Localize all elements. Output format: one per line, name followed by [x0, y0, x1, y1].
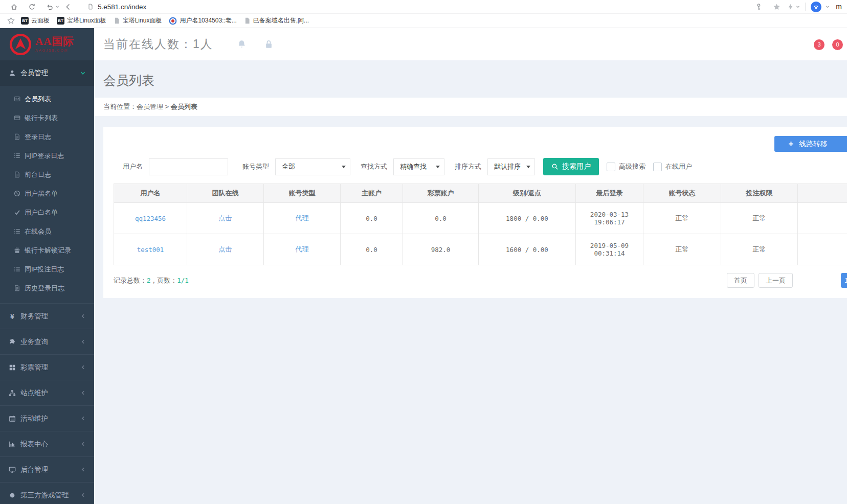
- sidebar-group-label: 财务管理: [20, 312, 48, 321]
- yen-icon: ¥: [9, 312, 16, 320]
- page-1-button[interactable]: 1: [841, 273, 847, 288]
- extensions-caret-icon[interactable]: [796, 5, 800, 9]
- bookmark-item[interactable]: BT 云面板: [21, 16, 50, 25]
- list-icon: [14, 152, 20, 159]
- sidebar-group-business-query[interactable]: 业务查询: [0, 329, 94, 354]
- sidebar-group-report-center[interactable]: 报表中心: [0, 431, 94, 456]
- bookmark-item[interactable]: 已备案域名出售,阿...: [244, 16, 309, 25]
- gift-icon: [14, 247, 20, 254]
- avatar-paw-icon[interactable]: [811, 2, 821, 12]
- bookmark-star-icon[interactable]: [7, 17, 15, 25]
- select-caret-icon: [526, 166, 530, 168]
- chevron-left-icon: [81, 442, 85, 446]
- bell-icon[interactable]: [237, 39, 247, 49]
- sidebar-item-member-list[interactable]: 会员列表: [0, 89, 94, 108]
- sort-mode-label: 排序方式: [455, 162, 481, 171]
- col-last-login: 最后登录: [576, 184, 643, 203]
- undo-button[interactable]: [41, 3, 59, 11]
- ban-icon: [14, 190, 20, 197]
- last-login-cell: 2019-05-0900:31:14: [576, 234, 643, 265]
- page-content: 会员列表 当前位置：会员管理 > 会员列表 线路转移 用户名 账号类型: [94, 60, 847, 504]
- bar-chart-icon: [9, 441, 16, 448]
- sidebar-item-label: 用户白名单: [25, 208, 58, 217]
- account-type-label: 账号类型: [242, 162, 269, 171]
- pagination: 首页 上一页: [727, 273, 793, 288]
- sidebar-item-frontend-log[interactable]: 前台日志: [0, 165, 94, 184]
- sidebar-item-label: 同IP投注日志: [25, 265, 64, 274]
- sidebar-item-label: 同IP登录日志: [25, 151, 64, 161]
- search-mode-label: 查找方式: [361, 162, 387, 171]
- line-transfer-button[interactable]: 线路转移: [774, 136, 847, 152]
- refresh-icon[interactable]: [28, 3, 36, 11]
- sidebar-group-label: 站点维护: [20, 388, 48, 398]
- search-users-button[interactable]: 搜索用户: [543, 158, 599, 175]
- sidebar-group-label: 报表中心: [20, 440, 48, 449]
- team-online-link[interactable]: 点击: [219, 245, 232, 253]
- profile-name[interactable]: m: [836, 3, 842, 11]
- sidebar-item-user-whitelist[interactable]: 用户白名单: [0, 203, 94, 222]
- bookmark-item[interactable]: 宝塔Linux面板: [114, 16, 162, 25]
- topbar: 当前在线人数：1人 3 0: [94, 28, 847, 60]
- account-type-select[interactable]: 全部: [275, 158, 350, 175]
- sidebar-group-site-maintenance[interactable]: 站点维护: [0, 380, 94, 405]
- sidebar-group-third-party-games[interactable]: 第三方游戏管理: [0, 482, 94, 504]
- sidebar-item-bank-card-unlock-log[interactable]: 银行卡解锁记录: [0, 241, 94, 260]
- first-page-button[interactable]: 首页: [727, 273, 754, 288]
- bookmark-label: 云面板: [31, 16, 50, 25]
- flash-icon[interactable]: [787, 3, 794, 11]
- sidebar-item-label: 会员列表: [25, 95, 51, 104]
- extra-cell: [798, 234, 847, 265]
- member-list-card: 线路转移 用户名 账号类型 全部 查找方式 精确查找 排序方式: [103, 127, 847, 298]
- sidebar-group-label: 业务查询: [20, 337, 48, 347]
- bookmark-label: 已备案域名出售,阿...: [253, 16, 309, 25]
- username-link[interactable]: test001: [137, 246, 164, 254]
- username-input[interactable]: [149, 158, 228, 175]
- online-count-text: 当前在线人数：1人: [103, 36, 213, 52]
- back-chevron-icon[interactable]: [64, 3, 72, 11]
- sidebar-group-label: 活动维护: [20, 414, 48, 423]
- username-link[interactable]: qq123456: [135, 215, 166, 222]
- bookmark-item[interactable]: BT 宝塔Linux面板: [57, 16, 106, 25]
- profile-chevron-icon[interactable]: [826, 5, 830, 9]
- col-extra: [798, 184, 847, 203]
- sidebar-item-login-log[interactable]: 登录日志: [0, 127, 94, 146]
- bookmark-item[interactable]: 用户名1034503::老...: [169, 16, 236, 25]
- favorites-star-icon[interactable]: [773, 3, 781, 11]
- sort-mode-select[interactable]: 默认排序: [487, 158, 535, 175]
- grid-icon: [9, 364, 16, 371]
- brand-name: AA国际: [35, 36, 74, 47]
- home-icon[interactable]: [10, 3, 18, 11]
- account-type-link[interactable]: 代理: [296, 214, 309, 222]
- breadcrumb: 当前位置：会员管理 > 会员列表: [94, 98, 847, 116]
- bt-panel-icon: BT: [21, 17, 29, 25]
- advanced-search-checkbox[interactable]: [607, 163, 615, 171]
- sidebar-item-history-login-log[interactable]: 历史登录日志: [0, 279, 94, 297]
- prev-page-button[interactable]: 上一页: [759, 273, 793, 288]
- chevron-left-icon: [81, 314, 85, 318]
- online-users-checkbox[interactable]: [653, 163, 662, 171]
- search-mode-select[interactable]: 精确查找: [393, 158, 444, 175]
- password-key-icon[interactable]: [755, 3, 763, 11]
- puzzle-icon: [9, 338, 16, 346]
- sidebar-item-user-blacklist[interactable]: 用户黑名单: [0, 184, 94, 203]
- sidebar-item-online-members[interactable]: 在线会员: [0, 222, 94, 241]
- table-footer: 记录总数：2，页数：1/1 首页 上一页 1: [114, 273, 847, 288]
- sidebar-item-same-ip-bet-log[interactable]: 同IP投注日志: [0, 260, 94, 279]
- sidebar-item-same-ip-login-log[interactable]: 同IP登录日志: [0, 146, 94, 165]
- col-username: 用户名: [114, 184, 187, 203]
- sidebar-group-lottery-management[interactable]: 彩票管理: [0, 354, 94, 380]
- team-online-link[interactable]: 点击: [219, 214, 232, 222]
- account-type-link[interactable]: 代理: [296, 245, 309, 253]
- sidebar-group-backend-management[interactable]: 后台管理: [0, 456, 94, 482]
- sidebar-group-finance[interactable]: ¥ 财务管理: [0, 303, 94, 329]
- bet-permission-cell: 正常: [721, 203, 798, 234]
- sidebar-item-label: 前台日志: [25, 170, 51, 179]
- address-bar[interactable]: 5.e581.cn/index: [98, 3, 146, 11]
- sidebar-group-member-management[interactable]: 会员管理: [0, 60, 94, 86]
- lottery-balance-cell: 0.0: [403, 203, 479, 234]
- lock-icon[interactable]: [264, 39, 274, 49]
- sidebar-item-bank-card-list[interactable]: 银行卡列表: [0, 108, 94, 127]
- bt-panel-icon: BT: [57, 17, 64, 25]
- sidebar-group-activity-maintenance[interactable]: 活动维护: [0, 405, 94, 431]
- table-row: qq123456 点击 代理 0.0 0.0 1800 / 0.00 2020-…: [114, 203, 847, 234]
